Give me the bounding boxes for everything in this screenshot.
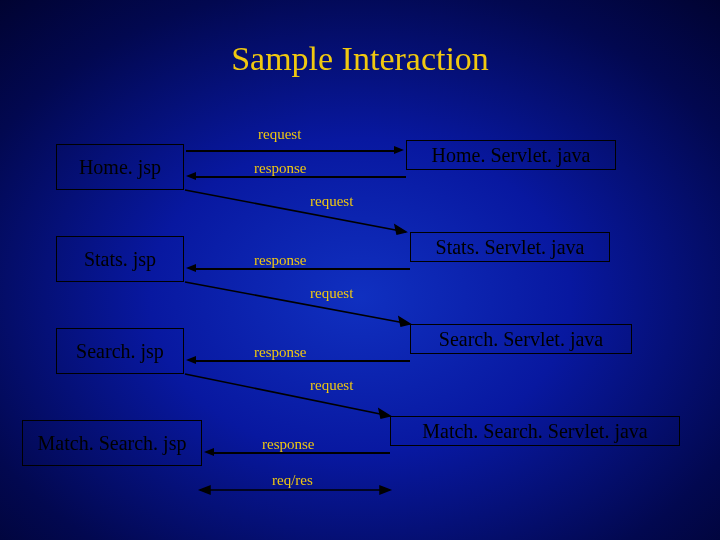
label-request-diag-3: request xyxy=(310,377,353,394)
label-response-4: response xyxy=(262,436,315,453)
label-response-2: response xyxy=(254,252,307,269)
box-match-search-jsp: Match. Search. jsp xyxy=(22,420,202,466)
box-search-servlet: Search. Servlet. java xyxy=(410,324,632,354)
label-request-diag-1: request xyxy=(310,193,353,210)
box-stats-jsp: Stats. jsp xyxy=(56,236,184,282)
box-label: Match. Search. jsp xyxy=(38,432,187,455)
box-label: Search. Servlet. java xyxy=(439,328,603,351)
svg-marker-7 xyxy=(200,486,210,494)
box-label: Stats. Servlet. java xyxy=(436,236,585,259)
box-label: Home. jsp xyxy=(79,156,161,179)
box-search-jsp: Search. jsp xyxy=(56,328,184,374)
svg-line-2 xyxy=(185,282,410,324)
arrow-request-1 xyxy=(186,150,396,152)
svg-marker-8 xyxy=(380,486,390,494)
arrow-head-icon xyxy=(186,356,196,364)
label-request-1: request xyxy=(258,126,301,143)
label-request-diag-2: request xyxy=(310,285,353,302)
label-response-3: response xyxy=(254,344,307,361)
svg-marker-1 xyxy=(395,225,406,234)
svg-marker-3 xyxy=(399,317,410,326)
box-match-search-servlet: Match. Search. Servlet. java xyxy=(390,416,680,446)
box-home-jsp: Home. jsp xyxy=(56,144,184,190)
arrow-head-icon xyxy=(204,448,214,456)
arrow-head-icon xyxy=(186,172,196,180)
svg-line-4 xyxy=(185,374,390,416)
box-label: Stats. jsp xyxy=(84,248,156,271)
box-stats-servlet: Stats. Servlet. java xyxy=(410,232,610,262)
svg-line-0 xyxy=(185,190,406,232)
box-label: Match. Search. Servlet. java xyxy=(422,420,647,443)
box-label: Home. Servlet. java xyxy=(432,144,591,167)
box-home-servlet: Home. Servlet. java xyxy=(406,140,616,170)
label-reqres-bottom: req/res xyxy=(272,472,313,489)
box-label: Search. jsp xyxy=(76,340,164,363)
label-response-1: response xyxy=(254,160,307,177)
arrow-head-icon xyxy=(394,146,404,154)
slide-title: Sample Interaction xyxy=(0,40,720,78)
svg-marker-5 xyxy=(379,409,390,418)
arrow-head-icon xyxy=(186,264,196,272)
